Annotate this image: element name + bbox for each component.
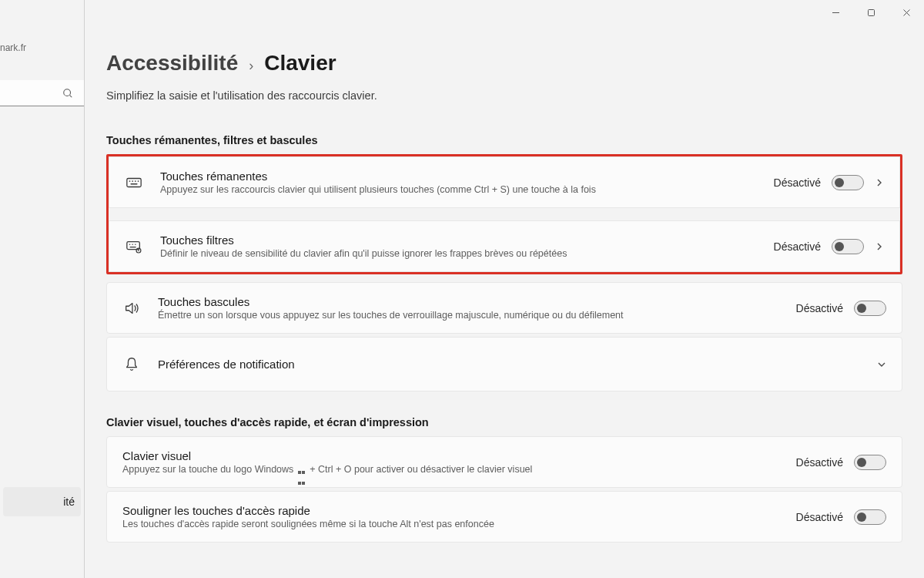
svg-point-7: [129, 180, 131, 182]
page-title: Clavier: [264, 51, 336, 76]
svg-rect-6: [127, 178, 141, 187]
svg-line-5: [70, 95, 72, 97]
highlighted-group: Touches rémanentes Appuyez sur les racco…: [106, 154, 902, 274]
setting-title: Souligner les touches d'accès rapide: [122, 504, 779, 517]
setting-title: Clavier visuel: [122, 449, 779, 462]
setting-row-onscreen-keyboard[interactable]: Clavier visuel Appuyez sur la touche du …: [106, 436, 902, 488]
setting-desc: Appuyez sur les raccourcis clavier qui u…: [160, 184, 757, 195]
search-icon: [62, 88, 73, 99]
svg-point-9: [135, 180, 136, 182]
breadcrumb-parent[interactable]: Accessibilité: [106, 51, 238, 76]
svg-rect-11: [130, 183, 137, 184]
svg-point-4: [64, 89, 71, 96]
setting-title: Préférences de notification: [158, 350, 860, 378]
toggle-underline-access-keys[interactable]: [854, 509, 886, 525]
setting-title: Touches filtres: [160, 234, 757, 247]
setting-row-underline-access-keys[interactable]: Souligner les touches d'accès rapide Les…: [106, 491, 902, 543]
svg-point-8: [132, 180, 133, 182]
setting-title: Touches bascules: [158, 295, 779, 308]
sidebar-item[interactable]: [0, 456, 84, 486]
sidebar-item[interactable]: [0, 518, 84, 547]
sidebar: nark.fr ité: [0, 0, 85, 578]
keyboard-icon: [125, 173, 143, 192]
user-email: nark.fr: [0, 42, 84, 53]
toggle-state-label: Désactivé: [796, 302, 843, 314]
setting-desc: Appuyez sur la touche du logo Windows + …: [122, 464, 779, 475]
svg-point-10: [138, 180, 139, 182]
toggle-state-label: Désactivé: [774, 240, 821, 253]
toggle-toggle-keys[interactable]: [854, 301, 886, 316]
toggle-state-label: Désactivé: [774, 176, 821, 189]
search-input[interactable]: [0, 80, 84, 106]
svg-point-18: [138, 250, 139, 251]
setting-desc: Définir le niveau de sensibilité du clav…: [160, 248, 757, 259]
bell-icon: [122, 355, 141, 374]
setting-row-filter-keys[interactable]: Touches filtres Définir le niveau de sen…: [109, 220, 900, 272]
setting-desc: Émettre un son lorsque vous appuyez sur …: [158, 310, 779, 321]
user-info: nark.fr: [0, 0, 84, 61]
setting-row-toggle-keys[interactable]: Touches bascules Émettre un son lorsque …: [106, 282, 902, 334]
windows-logo-icon: [298, 466, 306, 474]
chevron-right-icon: [875, 242, 884, 251]
setting-row-sticky-keys[interactable]: Touches rémanentes Appuyez sur les racco…: [109, 156, 900, 208]
toggle-onscreen-keyboard[interactable]: [854, 455, 886, 470]
toggle-state-label: Désactivé: [796, 511, 843, 523]
sidebar-item-accessibility[interactable]: ité: [3, 487, 81, 516]
section-title-onscreen: Clavier visuel, touches d'accès rapide, …: [106, 416, 902, 428]
svg-rect-16: [130, 247, 136, 247]
sidebar-item-label: ité: [63, 496, 75, 508]
setting-title: Touches rémanentes: [160, 170, 757, 183]
chevron-right-icon: ›: [249, 58, 253, 74]
toggle-filter-keys[interactable]: [832, 239, 864, 254]
toggle-sticky-keys[interactable]: [832, 175, 864, 190]
breadcrumb: Accessibilité › Clavier: [106, 51, 902, 76]
svg-point-15: [135, 244, 136, 244]
setting-row-notification-prefs[interactable]: Préférences de notification: [106, 337, 902, 391]
svg-point-13: [129, 244, 130, 244]
toggle-state-label: Désactivé: [796, 456, 843, 469]
main-content: Accessibilité › Clavier Simplifiez la sa…: [85, 0, 924, 578]
chevron-down-icon: [877, 360, 886, 369]
sidebar-nav: ité: [0, 456, 84, 547]
chevron-right-icon: [875, 178, 884, 187]
section-title-keys: Touches rémanentes, filtres et bascules: [106, 134, 902, 146]
svg-point-14: [132, 244, 132, 244]
page-subtitle: Simplifiez la saisie et l'utilisation de…: [106, 89, 902, 102]
setting-desc: Les touches d'accès rapide seront soulig…: [122, 519, 779, 529]
keyboard-gear-icon: [125, 237, 143, 256]
speaker-icon: [122, 299, 141, 318]
